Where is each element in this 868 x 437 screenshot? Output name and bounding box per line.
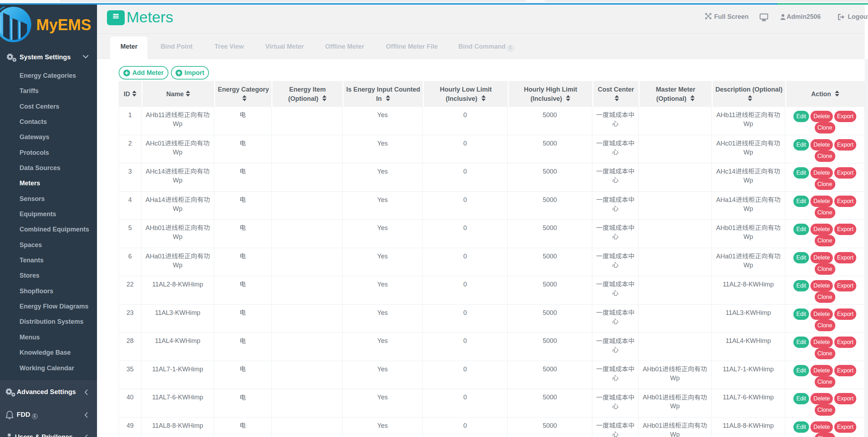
svg-text:MyEMS: MyEMS bbox=[36, 16, 91, 33]
